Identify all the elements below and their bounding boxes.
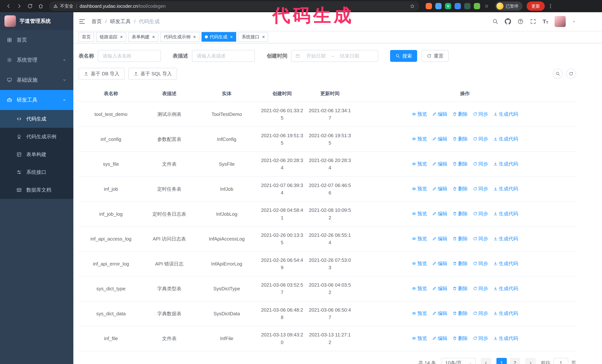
address-bar[interactable]: 不安全 dashboard.yudao.iocoder.cn/tool/code… bbox=[49, 1, 419, 11]
preview-link[interactable]: 预览 bbox=[412, 310, 427, 317]
sync-link[interactable]: 同步 bbox=[473, 310, 488, 317]
delete-link[interactable]: 删除 bbox=[452, 285, 468, 292]
sidebar-item-code-generation[interactable]: 代码生成 bbox=[0, 110, 73, 128]
refresh-table-button[interactable] bbox=[566, 69, 576, 79]
delete-link[interactable]: 删除 bbox=[452, 260, 468, 267]
preview-link[interactable]: 预览 bbox=[412, 235, 427, 242]
edit-link[interactable]: 编辑 bbox=[432, 285, 447, 292]
table-desc-input[interactable] bbox=[192, 50, 255, 62]
reload-button[interactable] bbox=[25, 1, 35, 11]
back-button[interactable] bbox=[4, 1, 13, 11]
edit-link[interactable]: 编辑 bbox=[432, 235, 447, 242]
sync-link[interactable]: 同步 bbox=[473, 235, 488, 242]
forward-button[interactable] bbox=[14, 1, 24, 11]
preview-link[interactable]: 预览 bbox=[412, 334, 427, 342]
help-icon[interactable] bbox=[517, 18, 524, 25]
generate-code-link[interactable]: 生成代码 bbox=[493, 310, 518, 317]
import-db-button[interactable]: 基于 DB 导入 bbox=[78, 68, 125, 80]
edit-link[interactable]: 编辑 bbox=[432, 260, 447, 267]
sync-link[interactable]: 同步 bbox=[473, 110, 488, 118]
generate-code-link[interactable]: 生成代码 bbox=[493, 110, 518, 118]
tab-home[interactable]: 首页 bbox=[78, 32, 94, 42]
delete-link[interactable]: 删除 bbox=[452, 160, 468, 167]
toggle-search-button[interactable] bbox=[553, 69, 563, 79]
prev-page-button[interactable] bbox=[481, 358, 491, 364]
browser-menu-icon[interactable] bbox=[548, 3, 553, 9]
delete-link[interactable]: 删除 bbox=[452, 210, 468, 217]
page-button-2[interactable]: 2 bbox=[510, 358, 520, 364]
sidebar-item-db-doc[interactable]: 数据库文档 bbox=[0, 181, 73, 199]
generate-code-link[interactable]: 生成代码 bbox=[493, 160, 518, 167]
tab-code-generation[interactable]: 代码生成× bbox=[202, 32, 236, 42]
sidebar-item-home[interactable]: 首页 bbox=[0, 30, 73, 50]
extension-card-icon[interactable] bbox=[464, 3, 471, 9]
preview-link[interactable]: 预览 bbox=[412, 185, 427, 192]
edit-link[interactable]: 编辑 bbox=[432, 185, 447, 192]
font-size-icon[interactable]: TT bbox=[543, 19, 548, 24]
generate-code-link[interactable]: 生成代码 bbox=[493, 235, 518, 242]
close-icon[interactable]: × bbox=[230, 34, 233, 39]
sync-link[interactable]: 同步 bbox=[473, 260, 488, 267]
preview-link[interactable]: 预览 bbox=[412, 210, 427, 217]
generate-code-link[interactable]: 生成代码 bbox=[493, 334, 518, 342]
table-name-input[interactable] bbox=[98, 50, 161, 62]
page-button-1[interactable]: 1 bbox=[496, 358, 507, 364]
security-indicator[interactable]: 不安全 bbox=[53, 3, 73, 9]
breadcrumb-item[interactable]: 研发工具 bbox=[110, 18, 131, 25]
edit-link[interactable]: 编辑 bbox=[432, 160, 447, 167]
tab-form-builder[interactable]: 表单构建× bbox=[128, 32, 158, 42]
import-sql-button[interactable]: 基于 SQL 导入 bbox=[128, 68, 177, 80]
preview-link[interactable]: 预览 bbox=[412, 260, 427, 267]
sidebar-item-codegen-example[interactable]: 代码生成示例 bbox=[0, 128, 73, 146]
extension-drop-icon[interactable] bbox=[435, 3, 441, 9]
generate-code-link[interactable]: 生成代码 bbox=[493, 185, 518, 192]
tab-tracer[interactable]: 链路追踪× bbox=[96, 32, 126, 42]
preview-link[interactable]: 预览 bbox=[412, 110, 427, 118]
delete-link[interactable]: 删除 bbox=[452, 310, 468, 317]
end-date-input[interactable] bbox=[336, 53, 363, 59]
delete-link[interactable]: 删除 bbox=[452, 110, 468, 118]
edit-link[interactable]: 编辑 bbox=[432, 334, 447, 342]
breadcrumb-item[interactable]: 首页 bbox=[92, 18, 102, 25]
sync-link[interactable]: 同步 bbox=[473, 334, 488, 342]
extension-v-icon[interactable]: V bbox=[445, 3, 451, 9]
close-icon[interactable]: × bbox=[152, 34, 155, 39]
extension-puzzle-icon[interactable] bbox=[484, 3, 490, 9]
preview-link[interactable]: 预览 bbox=[412, 135, 427, 143]
close-icon[interactable]: × bbox=[262, 34, 265, 39]
search-button[interactable]: 搜索 bbox=[390, 50, 417, 62]
preview-link[interactable]: 预览 bbox=[412, 285, 427, 292]
github-icon[interactable] bbox=[505, 18, 511, 25]
delete-link[interactable]: 删除 bbox=[452, 334, 468, 342]
edit-link[interactable]: 编辑 bbox=[432, 135, 447, 143]
sidebar-item-infrastructure[interactable]: 基础设施 bbox=[0, 70, 73, 90]
profile-chip[interactable]: 已暂停 bbox=[495, 1, 523, 11]
page-size-select[interactable]: 10条/页 bbox=[441, 358, 476, 364]
bookmark-star-icon[interactable] bbox=[410, 3, 415, 9]
sync-link[interactable]: 同步 bbox=[473, 185, 488, 192]
generate-code-link[interactable]: 生成代码 bbox=[493, 285, 518, 292]
generate-code-link[interactable]: 生成代码 bbox=[493, 135, 518, 143]
fullscreen-icon[interactable] bbox=[530, 18, 536, 25]
close-icon[interactable]: × bbox=[120, 34, 123, 39]
sidebar-item-system-management[interactable]: 系统管理 bbox=[0, 50, 73, 70]
extension-fox-icon[interactable] bbox=[426, 3, 432, 9]
tab-system-api[interactable]: 系统接口× bbox=[238, 32, 268, 42]
delete-link[interactable]: 删除 bbox=[452, 235, 468, 242]
user-avatar[interactable] bbox=[555, 16, 566, 27]
sidebar-item-system-api[interactable]: 系统接口 bbox=[0, 163, 73, 181]
delete-link[interactable]: 删除 bbox=[452, 135, 468, 143]
close-icon[interactable]: × bbox=[193, 34, 196, 39]
edit-link[interactable]: 编辑 bbox=[432, 210, 447, 217]
sidebar-item-dev-tools[interactable]: 研发工具 bbox=[0, 90, 73, 110]
next-page-button[interactable] bbox=[525, 358, 536, 364]
date-range-picker[interactable]: - bbox=[291, 50, 378, 62]
sync-link[interactable]: 同步 bbox=[473, 285, 488, 292]
generate-code-link[interactable]: 生成代码 bbox=[493, 260, 518, 267]
reset-button[interactable]: 重置 bbox=[422, 50, 449, 62]
edit-link[interactable]: 编辑 bbox=[432, 310, 447, 317]
preview-link[interactable]: 预览 bbox=[412, 160, 427, 167]
extension-people-icon[interactable] bbox=[455, 3, 461, 9]
sync-link[interactable]: 同步 bbox=[473, 160, 488, 167]
start-date-input[interactable] bbox=[302, 53, 330, 59]
